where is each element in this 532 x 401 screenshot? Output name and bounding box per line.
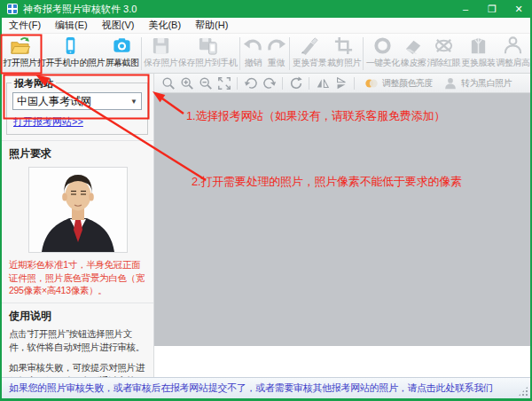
view-separator xyxy=(282,77,283,90)
adjust-color-brightness-label: 调整颜色亮度 xyxy=(382,77,433,90)
to-grayscale-button[interactable]: 转为黑白照片 xyxy=(438,75,515,91)
save-to-phone-button[interactable]: 保存照片到手机 xyxy=(178,35,238,73)
zoom-out-icon[interactable] xyxy=(197,75,214,91)
client-area: 文件(F) 编辑(E) 视图(V) 美化(B) 帮助(H) 打开照片 xyxy=(2,18,530,398)
adjust-color-brightness-button[interactable]: 调整颜色亮度 xyxy=(359,75,436,91)
undo-label: 撤销 xyxy=(245,57,262,69)
maximize-button[interactable]: ❐ xyxy=(479,0,505,18)
undo-icon xyxy=(243,35,263,56)
menu-help[interactable]: 帮助(H) xyxy=(195,19,228,32)
save-to-phone-label: 保存照片到手机 xyxy=(178,57,238,69)
photo-requirements-title: 照片要求 xyxy=(2,140,153,165)
redo-icon xyxy=(266,35,286,56)
menu-beautify[interactable]: 美化(B) xyxy=(148,19,181,32)
crop-photo-label: 裁剪照片 xyxy=(327,57,361,69)
remove-red-eye-button[interactable]: 消除红眼 xyxy=(426,35,461,73)
beautify-ring-icon xyxy=(372,35,393,56)
change-clothes-button[interactable]: 更换服装 xyxy=(461,35,496,73)
exam-website-group-title: 报考网站 xyxy=(12,77,56,90)
app-icon xyxy=(7,4,18,14)
toolbar-separator xyxy=(239,37,240,70)
exam-website-dropdown[interactable]: 中国人事考试网 ▼ xyxy=(12,92,142,110)
screenshot-button[interactable]: 屏幕截图 xyxy=(105,35,139,73)
sample-id-photo xyxy=(28,167,128,253)
toolbar-separator xyxy=(289,37,290,70)
camera-icon xyxy=(112,35,132,56)
minimize-button[interactable]: – xyxy=(452,0,479,18)
main-toolbar: 打开照片 打开手机中的照片 xyxy=(2,34,530,74)
phone-icon xyxy=(60,35,81,56)
view-toolbar: 调整颜色亮度 转为黑白照片 xyxy=(154,74,530,93)
sample-photo-wrap xyxy=(2,165,153,256)
floppy-phone-icon xyxy=(198,35,218,56)
screenshot-label: 屏幕截图 xyxy=(105,57,138,69)
clothes-icon xyxy=(468,35,489,56)
zoom-icon[interactable] xyxy=(160,75,176,91)
toolbar-separator xyxy=(141,37,142,70)
redo-button[interactable]: 重做 xyxy=(264,35,287,73)
change-background-label: 更换背景 xyxy=(293,57,326,69)
view-separator xyxy=(354,77,355,90)
status-contact-link[interactable]: 如果您的照片审核失败，或者审核后在报考网站提交不了，或者需要审核其他报考网站的照… xyxy=(9,381,493,395)
one-key-beautify-label: 一键美化 xyxy=(366,57,400,69)
undo-button[interactable]: 撤销 xyxy=(241,35,264,73)
status-bar: 如果您的照片审核失败，或者审核后在报考网站提交不了，或者需要审核其他报考网站的照… xyxy=(2,377,530,398)
eraser-icon xyxy=(403,35,424,56)
flip-vertical-icon[interactable] xyxy=(332,75,349,91)
crop-photo-button[interactable]: 裁剪照片 xyxy=(326,35,361,73)
resize-grip[interactable] xyxy=(518,386,528,397)
open-phone-photo-button[interactable]: 打开手机中的照片 xyxy=(37,35,105,73)
open-photo-label: 打开照片 xyxy=(3,57,36,69)
change-clothes-label: 更换服装 xyxy=(462,57,496,69)
view-separator xyxy=(309,77,309,90)
menu-bar: 文件(F) 编辑(E) 视图(V) 美化(B) 帮助(H) xyxy=(2,18,530,34)
window-title: 神奇报考照片审核软件 3.0 xyxy=(23,3,137,16)
save-photo-label: 保存照片 xyxy=(144,57,177,69)
usage-title: 使用说明 xyxy=(2,303,153,327)
one-key-beautify-button[interactable]: 一键美化 xyxy=(365,35,400,73)
open-exam-website-link[interactable]: 打开报考网站>> xyxy=(13,115,83,129)
view-separator xyxy=(237,77,238,90)
remove-red-eye-label: 消除红眼 xyxy=(427,57,461,69)
usage-paragraph: 点击“打开照片”按钮选择照片文件，软件将自动对照片进行审核。 xyxy=(2,327,153,354)
bottom-strip xyxy=(154,346,530,377)
open-photo-folder-icon xyxy=(10,35,30,56)
zoom-in-icon[interactable] xyxy=(178,75,195,91)
to-grayscale-label: 转为黑白照片 xyxy=(461,77,512,90)
adjust-shoulder-label: 调整肩高 xyxy=(496,57,529,69)
red-eye-icon xyxy=(434,35,454,56)
usage-paragraph: 如果审核失败，可按提示对照片进行相应的修改处理直到通过审核。 xyxy=(2,361,153,378)
title-bar: 神奇报考照片审核软件 3.0 – ❐ ✕ xyxy=(0,0,532,18)
background-brush-icon xyxy=(299,35,319,56)
save-photo-button[interactable]: 保存照片 xyxy=(144,35,178,73)
flip-horizontal-icon[interactable] xyxy=(314,75,331,91)
redo-label: 重做 xyxy=(268,57,285,69)
change-background-button[interactable]: 更换背景 xyxy=(292,35,326,73)
exam-website-group: 报考网站 中国人事考试网 ▼ 打开报考网站>> xyxy=(6,83,148,135)
toolbar-separator xyxy=(363,37,364,70)
menu-edit[interactable]: 编辑(E) xyxy=(55,19,88,32)
floppy-icon xyxy=(151,35,171,56)
close-button[interactable]: ✕ xyxy=(505,0,532,18)
open-photo-button[interactable]: 打开照片 xyxy=(3,35,37,73)
open-phone-photo-label: 打开手机中的照片 xyxy=(37,57,105,69)
adjust-shoulder-button[interactable]: 调整肩高 xyxy=(496,35,530,73)
rotate-icon[interactable] xyxy=(287,75,304,91)
menu-file[interactable]: 文件(F) xyxy=(9,19,41,32)
eraser-label: 橡皮擦 xyxy=(401,57,426,69)
sidebar: 报考网站 中国人事考试网 ▼ 打开报考网站>> 照片要求 xyxy=(2,74,154,377)
exam-website-selected: 中国人事考试网 xyxy=(17,94,91,109)
crop-icon xyxy=(333,35,354,56)
eraser-button[interactable]: 橡皮擦 xyxy=(400,35,426,73)
color-balls-icon xyxy=(363,75,379,91)
fit-screen-icon[interactable] xyxy=(215,75,232,91)
rotate-left-icon[interactable] xyxy=(242,75,259,91)
photo-canvas xyxy=(154,93,530,346)
grayscale-person-icon xyxy=(442,75,458,91)
shoulder-person-icon xyxy=(503,35,523,56)
chevron-down-icon: ▼ xyxy=(130,98,137,106)
photo-requirement-text: 近期彩色标准1寸，半身免冠正面证件照，照片底色背景为白色（宽295像素×高413… xyxy=(2,256,153,303)
menu-view[interactable]: 视图(V) xyxy=(102,19,135,32)
rotate-right-icon[interactable] xyxy=(261,75,278,91)
app-window: 神奇报考照片审核软件 3.0 – ❐ ✕ 文件(F) 编辑(E) 视图(V) 美… xyxy=(0,0,532,401)
